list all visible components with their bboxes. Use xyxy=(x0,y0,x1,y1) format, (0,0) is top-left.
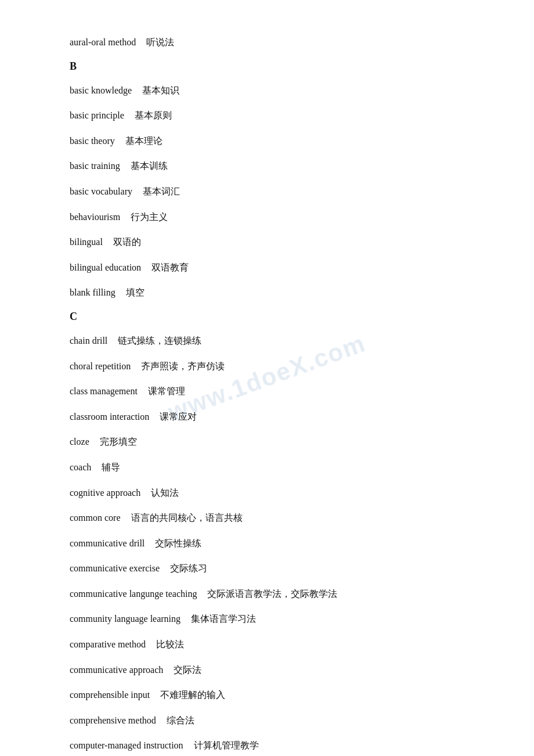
entry-bilingual-education: bilingual education双语教育 xyxy=(70,260,464,275)
entry-en-comprehensible-input: comprehensible input xyxy=(70,690,150,700)
entry-basic-principle: basic principle基本原则 xyxy=(70,108,464,123)
entry-en-communicative-drill: communicative drill xyxy=(70,538,145,548)
section-letter-c: C xyxy=(70,311,464,323)
entry-en-basic-knowledge: basic knowledge xyxy=(70,85,132,95)
entry-zh-computer-managed-instruction: 计算机管理教学 xyxy=(194,740,259,750)
entry-chain-drill: chain drill链式操练，连锁操练 xyxy=(70,333,464,348)
entry-en-class-management: class management xyxy=(70,386,138,396)
entry-zh-cognitive-approach: 认知法 xyxy=(151,488,179,498)
entry-communicative-drill: communicative drill交际性操练 xyxy=(70,536,464,551)
entry-basic-training: basic training基本训练 xyxy=(70,159,464,174)
page-content: aural-oral method听说法Bbasic knowledge基本知识… xyxy=(70,35,464,753)
entry-zh-aural-oral: 听说法 xyxy=(146,37,174,47)
entry-class-management: class management课常管理 xyxy=(70,384,464,399)
entry-classroom-interaction: classroom interaction课常应对 xyxy=(70,409,464,424)
entry-en-comparative-method: comparative method xyxy=(70,639,146,649)
entry-en-choral-repetition: choral repetition xyxy=(70,361,131,371)
entry-basic-theory: basic theory基本理论 xyxy=(70,134,464,149)
entry-en-basic-theory: basic theory xyxy=(70,136,115,146)
entry-en-communicative-approach: communicative approach xyxy=(70,665,163,675)
entry-zh-class-management: 课常管理 xyxy=(148,386,185,396)
entry-cloze: cloze完形填空 xyxy=(70,434,464,449)
entry-en-cognitive-approach: cognitive approach xyxy=(70,488,140,498)
entry-cognitive-approach: cognitive approach认知法 xyxy=(70,485,464,501)
entry-zh-basic-principle: 基本原则 xyxy=(135,110,172,120)
entry-community-language-learning: community language learning集体语言学习法 xyxy=(70,611,464,627)
entry-zh-comprehensible-input: 不难理解的输入 xyxy=(160,690,225,700)
entry-communicative-langunge-teaching: communicative langunge teaching交际派语言教学法，… xyxy=(70,586,464,602)
entry-zh-communicative-exercise: 交际练习 xyxy=(170,563,207,573)
entry-basic-vocabulary: basic vocabulary基本词汇 xyxy=(70,184,464,199)
entry-en-cloze: cloze xyxy=(70,437,89,447)
entry-en-basic-training: basic training xyxy=(70,161,120,171)
entry-zh-common-core: 语言的共同核心，语言共核 xyxy=(131,513,243,523)
entry-choral-repetition: choral repetition齐声照读，齐声仿读 xyxy=(70,359,464,374)
entry-zh-basic-knowledge: 基本知识 xyxy=(142,85,179,95)
entry-en-community-language-learning: community language learning xyxy=(70,614,181,624)
entry-blank-filling: blank filling填空 xyxy=(70,285,464,300)
entry-zh-bilingual: 双语的 xyxy=(113,237,141,247)
entry-en-basic-vocabulary: basic vocabulary xyxy=(70,186,132,196)
entry-bilingual: bilingual双语的 xyxy=(70,235,464,250)
entry-zh-communicative-drill: 交际性操练 xyxy=(155,538,201,548)
entry-en-classroom-interaction: classroom interaction xyxy=(70,412,149,422)
entry-communicative-exercise: communicative exercise交际练习 xyxy=(70,561,464,576)
entry-en-comprehensive-method: comprehensive method xyxy=(70,715,156,725)
entry-zh-behaviourism: 行为主义 xyxy=(131,212,168,222)
entry-zh-bilingual-education: 双语教育 xyxy=(151,262,189,272)
entry-comprehensible-input: comprehensible input不难理解的输入 xyxy=(70,687,464,703)
entry-common-core: common core语言的共同核心，语言共核 xyxy=(70,510,464,525)
entry-computer-managed-instruction: computer-managed instruction计算机管理教学 xyxy=(70,738,464,753)
entry-en-common-core: common core xyxy=(70,513,121,523)
entry-communicative-approach: communicative approach交际法 xyxy=(70,663,464,678)
entry-en-computer-managed-instruction: computer-managed instruction xyxy=(70,740,183,750)
entry-zh-basic-vocabulary: 基本词汇 xyxy=(143,186,180,196)
entry-en-coach: coach xyxy=(70,462,91,472)
entry-en-blank-filling: blank filling xyxy=(70,287,116,297)
entry-zh-communicative-approach: 交际法 xyxy=(174,665,201,675)
entry-zh-basic-training: 基本训练 xyxy=(131,161,168,171)
entry-zh-classroom-interaction: 课常应对 xyxy=(160,412,197,422)
entry-zh-cloze: 完形填空 xyxy=(100,437,137,447)
entry-en-aural-oral: aural-oral method xyxy=(70,37,136,47)
entry-zh-basic-theory: 基本理论 xyxy=(125,136,163,146)
entry-aural-oral: aural-oral method听说法 xyxy=(70,35,464,50)
entry-basic-knowledge: basic knowledge基本知识 xyxy=(70,83,464,98)
entry-comparative-method: comparative method比较法 xyxy=(70,637,464,652)
entry-zh-chain-drill: 链式操练，连锁操练 xyxy=(118,336,201,345)
entry-behaviourism: behaviourism行为主义 xyxy=(70,210,464,225)
entry-zh-coach: 辅导 xyxy=(102,462,120,472)
entry-zh-choral-repetition: 齐声照读，齐声仿读 xyxy=(141,361,225,371)
entry-zh-blank-filling: 填空 xyxy=(126,287,145,297)
entry-zh-communicative-langunge-teaching: 交际派语言教学法，交际教学法 xyxy=(207,589,337,599)
entry-en-bilingual: bilingual xyxy=(70,237,103,247)
entry-comprehensive-method: comprehensive method综合法 xyxy=(70,713,464,728)
entry-zh-community-language-learning: 集体语言学习法 xyxy=(191,614,256,624)
entry-zh-comparative-method: 比较法 xyxy=(156,639,184,649)
entry-en-basic-principle: basic principle xyxy=(70,110,124,120)
entry-en-behaviourism: behaviourism xyxy=(70,212,120,222)
entry-en-communicative-exercise: communicative exercise xyxy=(70,563,160,573)
entry-en-bilingual-education: bilingual education xyxy=(70,262,141,272)
entry-zh-comprehensive-method: 综合法 xyxy=(167,715,194,725)
entry-coach: coach辅导 xyxy=(70,460,464,475)
section-letter-b: B xyxy=(70,60,464,73)
entry-en-chain-drill: chain drill xyxy=(70,336,107,345)
entry-en-communicative-langunge-teaching: communicative langunge teaching xyxy=(70,589,197,599)
